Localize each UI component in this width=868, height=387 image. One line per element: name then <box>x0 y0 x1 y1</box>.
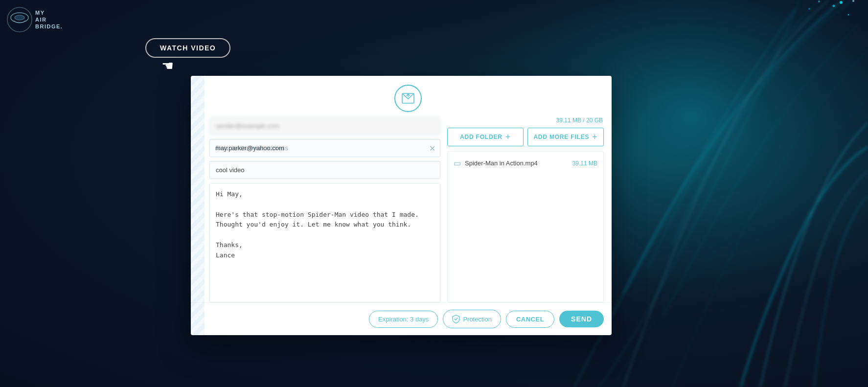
logo-text: MY <box>35 9 63 16</box>
recipient-clear-icon[interactable]: ✕ <box>429 143 435 153</box>
files-section: 39.11 MB / 20 GB ADD FOLDER + ADD MORE F… <box>447 117 604 302</box>
modal-inner: may.parker@yahoo.com ✕ 39.11 MB / 20 GB … <box>205 76 612 335</box>
svg-point-5 <box>848 14 849 16</box>
add-folder-plus-icon: + <box>505 133 511 141</box>
cursor-hand-icon: ☚ <box>161 58 174 74</box>
svg-point-1 <box>840 1 843 4</box>
cancel-button[interactable]: CANCEL <box>506 311 554 328</box>
protection-label: Protection <box>463 316 492 323</box>
shield-icon <box>452 315 460 323</box>
recipient-row: may.parker@yahoo.com ✕ <box>209 139 440 157</box>
subject-input[interactable] <box>209 161 440 179</box>
message-textarea[interactable] <box>209 183 440 302</box>
files-size-info: 39.11 MB / 20 GB <box>447 117 604 124</box>
svg-point-2 <box>852 0 854 2</box>
file-size: 39.11 MB <box>572 160 597 167</box>
watch-video-button[interactable]: WATCH VIDEO <box>145 38 230 58</box>
modal-stripe-decoration <box>191 76 205 335</box>
send-button[interactable]: SEND <box>559 311 604 327</box>
files-list: ▭ Spider-Man in Action.mp4 39.11 MB <box>447 151 604 302</box>
add-folder-label: ADD FOLDER <box>460 134 503 140</box>
upload-icon-area <box>205 76 612 117</box>
logo-icon <box>7 7 32 32</box>
sender-field-wrapper <box>209 117 440 135</box>
form-section: may.parker@yahoo.com ✕ <box>209 117 447 302</box>
add-more-files-button[interactable]: ADD MORE FILES + <box>527 128 604 146</box>
expiry-button[interactable]: Expiration: 3 days <box>369 311 438 328</box>
file-item: ▭ Spider-Man in Action.mp4 39.11 MB <box>452 156 599 171</box>
logo-text2: AIR <box>35 16 63 23</box>
file-icon: ▭ <box>454 159 461 168</box>
recipient-input[interactable] <box>209 139 440 157</box>
add-folder-button[interactable]: ADD FOLDER + <box>447 128 524 146</box>
files-actions: ADD FOLDER + ADD MORE FILES + <box>447 128 604 146</box>
upload-email-icon <box>394 85 422 112</box>
svg-point-9 <box>15 15 24 20</box>
file-name: Spider-Man in Action.mp4 <box>465 159 569 167</box>
modal-footer: Expiration: 3 days Protection CANCEL SEN… <box>191 302 612 335</box>
logo: MY AIR BRIDGE. <box>7 7 63 32</box>
svg-point-6 <box>808 8 810 10</box>
add-files-plus-icon: + <box>592 133 597 141</box>
protection-button[interactable]: Protection <box>443 310 501 328</box>
sender-input[interactable] <box>209 117 440 135</box>
logo-text3: BRIDGE. <box>35 23 63 30</box>
add-more-files-label: ADD MORE FILES <box>533 134 589 140</box>
svg-point-4 <box>818 0 820 2</box>
send-modal: may.parker@yahoo.com ✕ 39.11 MB / 20 GB … <box>191 76 612 335</box>
modal-body: may.parker@yahoo.com ✕ 39.11 MB / 20 GB … <box>205 117 612 302</box>
svg-point-3 <box>833 5 835 7</box>
